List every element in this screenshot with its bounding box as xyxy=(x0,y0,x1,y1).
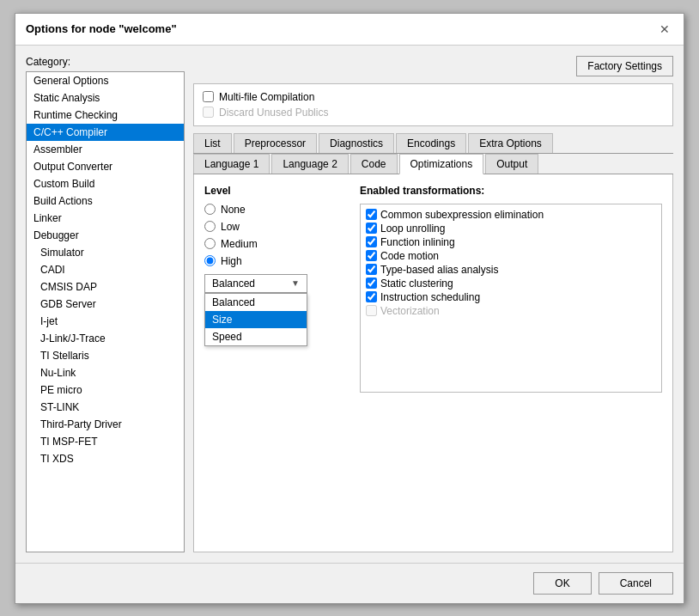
radio-none[interactable] xyxy=(204,204,216,215)
discard-unused-publics-row: Discard Unused Publics xyxy=(203,107,664,119)
sidebar-item-cadi[interactable]: CADI xyxy=(27,261,184,278)
radio-high[interactable] xyxy=(204,255,216,266)
ok-button[interactable]: OK xyxy=(533,572,591,595)
dropdown-container: Balanced ▼ BalancedSizeSpeed xyxy=(204,274,346,293)
transform-item-function-inlining: Function inlining xyxy=(364,235,658,249)
tab-content-inner: Level NoneLowMediumHigh Balanced ▼ Balan… xyxy=(204,185,662,541)
sidebar-item-cmsis-dap[interactable]: CMSIS DAP xyxy=(27,278,184,296)
sidebar-item-static-analysis[interactable]: Static Analysis xyxy=(27,89,184,107)
tab-language2[interactable]: Language 2 xyxy=(271,154,348,174)
radio-medium[interactable] xyxy=(204,238,216,249)
sidebar-item-pe-micro[interactable]: PE micro xyxy=(27,381,184,399)
tab-list[interactable]: List xyxy=(193,133,232,153)
tabs-row-2: Language 1Language 2CodeOptimizationsOut… xyxy=(193,154,673,174)
multifile-compilation-row: Multi-file Compilation xyxy=(203,91,664,103)
radio-label-high: High xyxy=(221,255,242,267)
dropdown-selected-label: Balanced xyxy=(212,278,255,290)
sidebar-item-i-jet[interactable]: I-jet xyxy=(27,313,184,330)
transform-checkbox-vectorization[interactable] xyxy=(366,305,377,316)
multifile-compilation-checkbox[interactable] xyxy=(203,91,214,102)
radio-item-none[interactable]: None xyxy=(204,204,346,216)
sidebar-item-build-actions[interactable]: Build Actions xyxy=(27,192,184,210)
sidebar-item-nu-link[interactable]: Nu-Link xyxy=(27,364,184,381)
sidebar-item-debugger[interactable]: Debugger xyxy=(27,227,184,244)
dialog-title: Options for node "welcome" xyxy=(26,22,177,35)
tab-output[interactable]: Output xyxy=(485,154,538,174)
level-section-title: Level xyxy=(204,185,346,197)
category-panel: Category: General OptionsStatic Analysis… xyxy=(26,56,185,552)
transforms-section-title: Enabled transformations: xyxy=(360,185,662,197)
transforms-section: Enabled transformations: Common subexpre… xyxy=(360,185,662,541)
radio-item-medium[interactable]: Medium xyxy=(204,238,346,250)
tab-code[interactable]: Code xyxy=(350,154,398,174)
title-bar: Options for node "welcome" ✕ xyxy=(15,14,684,46)
radio-label-low: Low xyxy=(221,221,240,233)
transform-label-vectorization: Vectorization xyxy=(380,305,440,317)
transform-item-static-clustering: Static clustering xyxy=(364,277,658,290)
transform-checkbox-static-clustering[interactable] xyxy=(366,278,377,289)
radio-item-low[interactable]: Low xyxy=(204,221,346,233)
tab-diagnostics[interactable]: Diagnostics xyxy=(319,133,394,153)
sidebar-item-ti-msp-fet[interactable]: TI MSP-FET xyxy=(27,433,184,450)
tab-content: Level NoneLowMediumHigh Balanced ▼ Balan… xyxy=(193,174,673,552)
transforms-list: Common subexpression eliminationLoop unr… xyxy=(360,204,662,393)
transform-item-loop-unrolling: Loop unrolling xyxy=(364,222,658,235)
sidebar-item-output-converter[interactable]: Output Converter xyxy=(27,158,184,175)
cancel-button[interactable]: Cancel xyxy=(599,572,673,595)
close-button[interactable]: ✕ xyxy=(656,21,673,38)
dropdown-menu: BalancedSizeSpeed xyxy=(204,293,307,346)
radio-item-high[interactable]: High xyxy=(204,255,346,267)
multifile-compilation-label[interactable]: Multi-file Compilation xyxy=(219,91,314,103)
sidebar-item-jlink-jtrace[interactable]: J-Link/J-Trace xyxy=(27,330,184,347)
transform-checkbox-type-alias[interactable] xyxy=(366,264,377,275)
sidebar-item-simulator[interactable]: Simulator xyxy=(27,244,184,261)
sidebar-item-third-party-driver[interactable]: Third-Party Driver xyxy=(27,416,184,433)
dialog-footer: OK Cancel xyxy=(15,563,684,603)
transform-label-function-inlining: Function inlining xyxy=(380,236,455,248)
radio-label-medium: Medium xyxy=(221,238,258,250)
dropdown-item-speed[interactable]: Speed xyxy=(205,328,307,345)
discard-unused-publics-checkbox[interactable] xyxy=(203,107,214,118)
dropdown-button[interactable]: Balanced ▼ xyxy=(204,274,307,293)
tab-preprocessor[interactable]: Preprocessor xyxy=(234,133,317,153)
dropdown-item-size[interactable]: Size xyxy=(205,311,307,328)
content-panel: Factory Settings Multi-file Compilation … xyxy=(193,56,673,552)
category-list: General OptionsStatic AnalysisRuntime Ch… xyxy=(26,71,185,552)
transform-checkbox-instruction-scheduling[interactable] xyxy=(366,291,377,302)
transform-item-instruction-scheduling: Instruction scheduling xyxy=(364,290,658,304)
transform-checkbox-function-inlining[interactable] xyxy=(366,236,377,247)
sidebar-item-general-options[interactable]: General Options xyxy=(27,72,184,89)
tab-language1[interactable]: Language 1 xyxy=(193,154,270,174)
sidebar-item-custom-build[interactable]: Custom Build xyxy=(27,175,184,192)
sidebar-item-runtime-checking[interactable]: Runtime Checking xyxy=(27,107,184,124)
top-bar: Factory Settings xyxy=(193,56,673,76)
transform-checkbox-cse[interactable] xyxy=(366,209,377,220)
factory-settings-button[interactable]: Factory Settings xyxy=(576,56,673,76)
dropdown-item-balanced[interactable]: Balanced xyxy=(205,294,307,311)
sidebar-item-gdb-server[interactable]: GDB Server xyxy=(27,296,184,313)
transform-label-loop-unrolling: Loop unrolling xyxy=(380,223,445,235)
tab-encodings[interactable]: Encodings xyxy=(396,133,466,153)
transform-item-code-motion: Code motion xyxy=(364,249,658,263)
tab-optimizations[interactable]: Optimizations xyxy=(399,154,484,174)
transform-checkbox-code-motion[interactable] xyxy=(366,250,377,261)
sidebar-item-assembler[interactable]: Assembler xyxy=(27,141,184,158)
transform-item-type-alias: Type-based alias analysis xyxy=(364,263,658,277)
options-dialog: Options for node "welcome" ✕ Category: G… xyxy=(15,13,684,604)
transform-label-code-motion: Code motion xyxy=(380,250,439,262)
transform-label-type-alias: Type-based alias analysis xyxy=(380,264,498,276)
sidebar-item-st-link[interactable]: ST-LINK xyxy=(27,399,184,416)
sidebar-item-ti-xds[interactable]: TI XDS xyxy=(27,450,184,467)
options-box: Multi-file Compilation Discard Unused Pu… xyxy=(193,83,673,126)
transform-item-cse: Common subexpression elimination xyxy=(364,208,658,222)
tabs-row-1: ListPreprocessorDiagnosticsEncodingsExtr… xyxy=(193,133,673,154)
dialog-body: Category: General OptionsStatic Analysis… xyxy=(15,46,684,563)
tab-extra-options[interactable]: Extra Options xyxy=(468,133,553,153)
transform-checkbox-loop-unrolling[interactable] xyxy=(366,223,377,234)
radio-low[interactable] xyxy=(204,221,216,232)
transform-label-cse: Common subexpression elimination xyxy=(380,209,544,221)
level-section: Level NoneLowMediumHigh Balanced ▼ Balan… xyxy=(204,185,346,541)
sidebar-item-ti-stellaris[interactable]: TI Stellaris xyxy=(27,347,184,364)
sidebar-item-linker[interactable]: Linker xyxy=(27,210,184,227)
sidebar-item-cpp-compiler[interactable]: C/C++ Compiler xyxy=(27,124,184,141)
